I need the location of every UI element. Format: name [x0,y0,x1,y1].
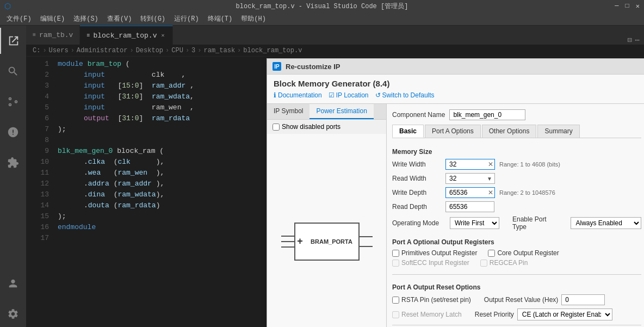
reset-memory-latch-label: Reset Memory Latch [392,311,462,318]
split-editor-icon[interactable]: ⊟ [627,35,631,45]
component-name-input[interactable] [449,109,525,120]
link-ip-location[interactable]: ☑ IP Location [329,91,369,99]
write-width-clear-btn[interactable]: ✕ [487,161,494,168]
tab-ram-tb[interactable]: ≡ ram_tb.v [26,26,80,45]
tab-label-block-ram: block_ram_top.v [93,32,157,40]
operating-mode-row: Operating Mode Write First Read First No… [392,215,641,231]
title-bar-left: ⬡ [4,2,11,11]
write-depth-clear-btn[interactable]: ✕ [487,189,494,196]
rsta-pin-checkbox[interactable] [392,297,399,304]
output-reset-input[interactable] [561,294,605,305]
sub-tab-other[interactable]: Other Options [482,125,537,138]
activity-bar [0,26,26,327]
activity-account[interactable] [0,270,26,297]
tab-power-estimation[interactable]: Power Estimation [309,104,373,119]
menu-help[interactable]: 帮助(H) [237,13,270,24]
bram-label: BRAM_PORTA [311,238,352,245]
write-depth-input-wrapper: ✕ [445,187,495,198]
breadcrumb-item[interactable]: C: [33,47,40,54]
read-depth-input[interactable] [446,202,490,212]
checkbox-icon: ☑ [329,91,335,99]
more-actions-icon[interactable]: ⋯ [635,35,640,45]
read-width-input[interactable] [446,174,487,183]
show-disabled-label: Show disabled ports [282,123,340,131]
dialog-main-tabs: IP Symbol Power Estimation [267,104,386,120]
core-output-register-checkbox[interactable] [488,250,495,257]
core-output-register-label[interactable]: Core Output Register [488,249,559,257]
dialog-body: Block Memory Generator (8.4) ℹ Documenta… [267,75,644,327]
menu-run[interactable]: 运行(R) [170,13,203,24]
activity-debug[interactable] [0,119,26,145]
write-width-input[interactable] [446,159,487,169]
primitives-output-register-label[interactable]: Primitives Output Register [392,249,477,257]
activity-search[interactable] [0,58,26,84]
menu-edit[interactable]: 编辑(E) [36,13,70,24]
read-depth-label: Read Depth [392,203,441,211]
primitives-output-register-checkbox[interactable] [392,250,399,257]
link-switch-defaults[interactable]: ↺ Switch to Defaults [375,91,435,99]
sub-tab-summary[interactable]: Summary [537,125,579,138]
breadcrumb-item[interactable]: 3 [191,47,195,54]
maximize-button[interactable]: □ [626,2,629,10]
reset-options-row: RSTA Pin (set/reset pin) Output Reset Va… [392,294,641,305]
breadcrumb-item[interactable]: block_ram_top.v [243,47,302,54]
refresh-icon: ↺ [375,91,381,99]
breadcrumb-item[interactable]: Desktop [136,47,163,54]
link-documentation[interactable]: ℹ Documentation [274,91,322,99]
tab-icon-ram-tb: ≡ [33,32,36,38]
dialog-recustomize-ip: IP Re-customize IP Block Memory Generato… [267,58,644,327]
product-title: Block Memory Generator (8.4) [274,79,640,88]
menu-view[interactable]: 查看(V) [103,13,137,24]
activity-explorer[interactable] [0,28,26,54]
optional-registers-row2: SoftECC Input Register REGCEA Pin [392,259,641,267]
dialog-icon: IP [273,62,281,71]
read-depth-row: Read Depth [392,201,641,212]
activity-extensions[interactable] [0,150,26,176]
menu-select[interactable]: 选择(S) [69,13,103,24]
write-depth-label: Write Depth [392,189,441,196]
regcea-pin-label: REGCEA Pin [480,259,528,267]
reset-priority-select[interactable]: CE (Latch or Register Enable) [517,309,612,320]
line-numbers: 1 2 3 4 5 6 7 8 9 10 11 12 13 14 15 16 1… [26,57,53,327]
write-depth-row: Write Depth ✕ Range: 2 to 1048576 [392,187,641,198]
close-button[interactable]: ✕ [636,2,640,10]
dialog-right-panel: Component Name Basic Port A Options Othe… [387,104,644,327]
write-width-label: Write Width [392,161,441,168]
sub-tab-port-a[interactable]: Port A Options [425,125,481,138]
breadcrumb-item[interactable]: Administrator [77,47,128,54]
reset-memory-row: Reset Memory Latch Reset Priority CE (La… [392,309,641,320]
dialog-header: Block Memory Generator (8.4) ℹ Documenta… [267,75,644,104]
activity-settings[interactable] [0,301,26,327]
breadcrumb-item[interactable]: Users [49,47,69,54]
minimize-button[interactable]: — [615,2,618,10]
regcea-pin-checkbox [480,260,487,267]
breadcrumb-item[interactable]: ram_task [204,47,236,54]
menu-terminal[interactable]: 终端(T) [203,13,237,24]
dialog-left-panel: IP Symbol Power Estimation Show disabled… [267,104,387,327]
breadcrumb-item[interactable]: CPU [171,47,183,54]
softecc-register-checkbox [392,260,399,267]
enable-port-type-select[interactable]: Always Enabled [571,217,641,229]
tab-icon-block-ram: ≡ [86,33,90,39]
title-bar: ⬡ block_ram_top.v - Visual Studio Code [… [0,0,644,12]
write-depth-input[interactable] [446,188,487,198]
activity-source-control[interactable] [0,89,26,115]
operating-mode-select[interactable]: Write First Read First No Change [450,217,499,229]
enable-port-type-label: Enable Port Type [512,215,562,231]
sub-tabs: Basic Port A Options Other Options Summa… [392,125,641,138]
output-reset-label: Output Reset Value (Hex) [484,296,559,304]
tab-ip-symbol[interactable]: IP Symbol [267,104,309,119]
tab-block-ram-top[interactable]: ≡ block_ram_top.v ✕ [80,26,172,45]
app-icon: ⬡ [4,2,11,11]
show-disabled-checkbox[interactable] [273,124,280,131]
rsta-pin-label[interactable]: RSTA Pin (set/reset pin) [392,294,471,305]
divider-1 [392,274,641,275]
read-width-chevron: ▼ [487,176,494,182]
sub-tab-basic[interactable]: Basic [392,125,424,138]
tab-close-block-ram[interactable]: ✕ [160,31,165,40]
tab-bar: ≡ ram_tb.v ≡ block_ram_top.v ✕ ⊟ ⋯ [26,26,644,45]
read-width-row: Read Width ▼ [392,173,641,184]
menu-file[interactable]: 文件(F) [2,13,36,24]
port-a-reset-title: Port A Output Reset Options [392,283,641,291]
menu-goto[interactable]: 转到(G) [136,13,170,24]
